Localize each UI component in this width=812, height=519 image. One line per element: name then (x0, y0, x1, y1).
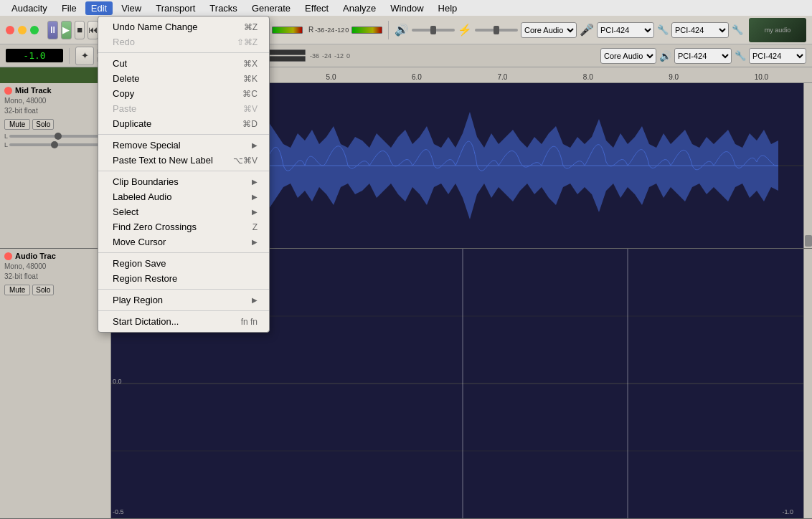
track-1-mute[interactable]: Mute (4, 119, 30, 130)
menu-play-region[interactable]: Play Region ▶ (98, 292, 269, 308)
speed-icon: ⚡ (458, 23, 472, 37)
menu-sep-4 (98, 252, 269, 253)
menu-move-cursor[interactable]: Move Cursor ▶ (98, 234, 269, 249)
track-2-solo[interactable]: Solo (32, 285, 54, 295)
menu-undo[interactable]: Undo Name Change ⌘Z (98, 19, 269, 34)
menubar-transport[interactable]: Transport (150, 1, 201, 15)
track-2-name: Audio Trac (15, 252, 56, 260)
menu-paste[interactable]: Paste ⌘V (98, 101, 269, 116)
menu-region-restore[interactable]: Region Restore (98, 271, 269, 286)
track-1-name: Mid Track (15, 86, 52, 95)
menu-sep-3 (98, 171, 269, 171)
menu-sep-2 (98, 134, 269, 135)
track-2-buttons: Mute Solo (4, 285, 106, 295)
track-1-info: Mono, 48000 32-bit float (4, 96, 106, 116)
track-1-solo[interactable]: Solo (32, 119, 54, 130)
menubar-view[interactable]: View (115, 1, 147, 15)
stop-button[interactable]: ■ (75, 21, 85, 39)
window-controls (6, 26, 39, 34)
scale2-bot2: -1.0 (782, 508, 793, 515)
my-audio-label: my audio (765, 27, 791, 34)
menubar-effect[interactable]: Effect (299, 1, 334, 15)
track-2-title-row: Audio Trac (4, 252, 106, 260)
input-meter-bar[interactable] (272, 27, 303, 34)
input-settings-icon[interactable]: 🔧 (657, 24, 669, 36)
track-2-header: Audio Trac Mono, 48000 32-bit float Mute… (0, 249, 111, 518)
audio-host-selector[interactable]: Core Audio (521, 22, 577, 38)
menu-paste-text[interactable]: Paste Text to New Label ⌥⌘V (98, 153, 269, 168)
menu-sep-6 (98, 310, 269, 311)
snap-tool[interactable]: ✦ (75, 47, 94, 65)
speed-slider[interactable] (475, 29, 518, 32)
output-settings-icon[interactable]: 🔧 (732, 24, 743, 36)
microphone-icon: 🎤 (580, 23, 594, 37)
track-1-pan: L R (4, 141, 106, 148)
menu-sep-1 (98, 52, 269, 53)
menubar-app[interactable]: Audacity (6, 1, 53, 15)
preview-panel: my audio (749, 18, 806, 42)
minimize-button[interactable] (18, 26, 27, 34)
menubar-generate[interactable]: Generate (246, 1, 296, 15)
menu-sep-5 (98, 289, 269, 290)
level-meter-R: R -36 -24 -12 0 (308, 26, 349, 34)
menubar-file[interactable]: File (56, 1, 82, 15)
menu-cut[interactable]: Cut ⌘X (98, 56, 269, 71)
menu-select[interactable]: Select ▶ (98, 204, 269, 219)
toolbar2-device-select[interactable]: Core Audio (600, 48, 656, 64)
track-1-close[interactable] (4, 87, 12, 95)
toolbar2-sep (69, 48, 70, 64)
menu-remove-special[interactable]: Remove Special ▶ (98, 138, 269, 153)
output-meter-bar[interactable] (351, 27, 382, 34)
menu-redo[interactable]: Redo ⇧⌘Z (98, 34, 269, 49)
edit-dropdown-menu: Undo Name Change ⌘Z Redo ⇧⌘Z Cut ⌘X Dele… (98, 16, 270, 333)
toolbar-separator-3 (388, 21, 389, 39)
output-device-select[interactable]: PCI-424 (671, 22, 729, 38)
track-2-close[interactable] (4, 252, 12, 260)
scale2-bot: -0.5 (113, 508, 124, 515)
toolbar2-settings-icon[interactable]: 🔧 (735, 50, 746, 62)
audio-host-select[interactable]: Core Audio (521, 22, 577, 38)
menubar-analyze[interactable]: Analyze (337, 1, 382, 15)
toolbar2-right: Core Audio 🔊 PCI-424 🔧 PCI-424 (600, 48, 806, 64)
track-2-info: Mono, 48000 32-bit float (4, 262, 106, 282)
play-button[interactable]: ▶ (61, 21, 72, 39)
menubar: Audacity File Edit View Transport Tracks… (0, 0, 812, 16)
volume-section: 🔊 ⚡ (395, 23, 518, 37)
toolbar2-output-select[interactable]: PCI-424 (749, 48, 806, 64)
menu-clip-boundaries[interactable]: Clip Boundaries ▶ (98, 174, 269, 189)
pause-button[interactable]: ⏸ (47, 21, 58, 39)
close-button[interactable] (6, 26, 14, 34)
menubar-tracks[interactable]: Tracks (204, 1, 243, 15)
menu-start-dictation[interactable]: Start Dictation... fn fn (98, 314, 269, 329)
toolbar2-input-select[interactable]: PCI-424 (674, 48, 732, 64)
speaker-icon: 🔊 (395, 23, 409, 37)
menu-delete[interactable]: Delete ⌘K (98, 71, 269, 86)
track-1-scrollbar[interactable] (803, 83, 812, 248)
input-device-select[interactable]: PCI-424 (597, 22, 654, 38)
time-display: -1.0 (6, 49, 63, 62)
track-2-scrollbar[interactable] (803, 249, 812, 518)
volume-slider[interactable] (412, 29, 455, 32)
track-1-gain: L (4, 133, 106, 140)
maximize-button[interactable] (30, 26, 39, 34)
track-1-header: Mid Track Mono, 48000 32-bit float Mute … (0, 83, 111, 248)
toolbar2-speaker-icon: 🔊 (659, 50, 671, 62)
menubar-edit[interactable]: Edit (85, 1, 113, 15)
track-1-gain-slider[interactable] (9, 135, 106, 138)
menu-labeled-audio[interactable]: Labeled Audio ▶ (98, 189, 269, 204)
track-1-title-row: Mid Track (4, 86, 106, 95)
menubar-window[interactable]: Window (384, 1, 429, 15)
scale2-mid: 0.0 (113, 378, 122, 385)
db-labels-2: -36 -24 -12 0 (310, 52, 350, 59)
scroll-thumb[interactable] (805, 235, 812, 247)
menu-find-zero[interactable]: Find Zero Crossings Z (98, 219, 269, 234)
track-2-mute[interactable]: Mute (4, 285, 30, 295)
menu-region-save[interactable]: Region Save (98, 256, 269, 271)
track-1-buttons: Mute Solo (4, 119, 106, 130)
track-1-pan-thumb (51, 141, 58, 148)
menubar-help[interactable]: Help (433, 1, 463, 15)
menu-copy[interactable]: Copy ⌘C (98, 86, 269, 101)
track-1-pan-slider[interactable] (9, 143, 100, 146)
menu-duplicate[interactable]: Duplicate ⌘D (98, 116, 269, 131)
meter-ticks-2: -36 -24 -12 0 (315, 27, 349, 34)
